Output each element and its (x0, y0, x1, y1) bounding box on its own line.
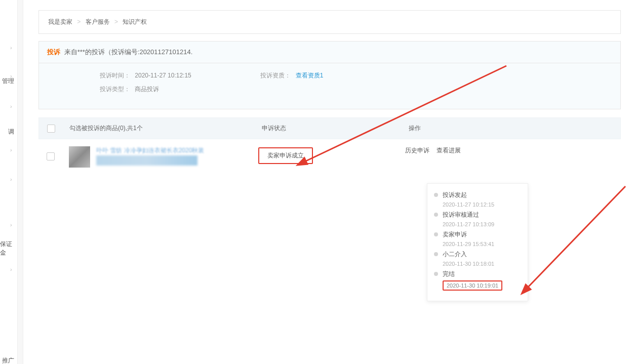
timeline-dot-icon (434, 272, 438, 276)
chevron-right-icon[interactable]: › (10, 103, 12, 109)
appeal-status-badge: 卖家申诉成立 (258, 147, 313, 164)
timeline-dot-icon (434, 213, 438, 217)
breadcrumb: 我是卖家 > 客户服务 > 知识产权 (38, 10, 621, 34)
complaint-title: 来自***的投诉（投诉编号:20201127101214. (64, 48, 193, 56)
col-product: 勾选被投诉的商品(0),共1个 (69, 124, 262, 133)
table-row: 卟卟 雪纺 冷冷孕妇连衣裙长衣2020秋装 卖家申诉成立 历史申诉 查看进展 (38, 139, 621, 175)
sidebar-item-promo[interactable]: 推广 (2, 351, 14, 364)
view-progress-link[interactable]: 查看进展 (437, 146, 461, 155)
timeline-dot-icon (434, 252, 438, 256)
row-checkbox[interactable] (47, 152, 55, 160)
sidebar-item-manage[interactable]: 管理 (2, 72, 14, 91)
complaint-type-label: 投诉类型： (95, 85, 130, 94)
timeline-item: 卖家申诉 2020-11-29 15:53:41 (443, 230, 522, 247)
breadcrumb-sep: > (114, 18, 118, 25)
timeline-item: 投诉审核通过 2020-11-27 10:13:09 (443, 211, 522, 227)
timeline-title: 小二介入 (443, 250, 522, 259)
timeline-time: 2020-11-27 10:13:09 (443, 221, 522, 227)
chevron-right-icon[interactable]: › (10, 73, 12, 79)
product-title-text: 卟卟 雪纺 冷冷孕妇连衣裙长衣2020秋装 (96, 147, 204, 154)
timeline-item: 小二介入 2020-11-30 10:18:01 (443, 250, 522, 267)
timeline-title: 投诉发起 (443, 191, 522, 199)
chevron-right-icon[interactable]: › (10, 147, 12, 153)
timeline-item: 投诉发起 2020-11-27 10:12:15 (443, 191, 522, 208)
blur-overlay (96, 155, 197, 166)
view-qualification-link[interactable]: 查看资质1 (296, 72, 324, 79)
complaint-header: 投诉 来自***的投诉（投诉编号:20201127101214. (39, 42, 620, 63)
breadcrumb-sep: > (77, 18, 81, 25)
left-sidebar: › 管理 › › 调 › › › 保证金 › 推广 (0, 0, 18, 364)
complaint-qual-label: 投诉资质： (260, 71, 291, 80)
timeline-title: 卖家申诉 (443, 230, 522, 239)
product-title[interactable]: 卟卟 雪纺 冷冷孕妇连衣裙长衣2020秋装 (96, 146, 258, 168)
sidebar-item-adjust[interactable]: 调 (8, 123, 14, 141)
history-appeal-link[interactable]: 历史申诉 (405, 146, 429, 155)
timeline-dot-icon (434, 193, 438, 197)
main-content: 我是卖家 > 客户服务 > 知识产权 投诉 来自***的投诉（投诉编号:2020… (29, 0, 630, 360)
complaint-panel: 投诉 来自***的投诉（投诉编号:20201127101214. 投诉时间： 2… (38, 41, 621, 109)
complaint-type-value: 商品投诉 (135, 86, 159, 93)
breadcrumb-service[interactable]: 客户服务 (86, 18, 110, 25)
sidebar-item-deposit[interactable]: 保证金 (0, 235, 15, 262)
timeline-item: 完结 2020-11-30 10:19:01 (443, 270, 522, 291)
timeline-time-highlighted: 2020-11-30 10:19:01 (443, 280, 502, 291)
chevron-right-icon[interactable]: › (10, 222, 12, 228)
product-thumbnail[interactable] (69, 146, 90, 168)
timeline-title: 投诉审核通过 (443, 211, 522, 219)
breadcrumb-seller[interactable]: 我是卖家 (48, 18, 72, 25)
col-action: 操作 (409, 124, 612, 133)
complaint-time-label: 投诉时间： (95, 71, 130, 80)
col-status: 申诉状态 (262, 124, 409, 133)
chevron-right-icon[interactable]: › (10, 266, 12, 272)
timeline-dot-icon (434, 232, 438, 236)
complaint-time-value: 2020-11-27 10:12:15 (135, 72, 191, 79)
table-header: 勾选被投诉的商品(0),共1个 申诉状态 操作 (38, 117, 621, 139)
timeline-time: 2020-11-27 10:12:15 (443, 201, 522, 208)
timeline-time: 2020-11-30 10:18:01 (443, 261, 522, 267)
select-all-checkbox[interactable] (47, 125, 55, 133)
progress-timeline-popover: 投诉发起 2020-11-27 10:12:15 投诉审核通过 2020-11-… (427, 183, 528, 301)
complaint-body: 投诉时间： 2020-11-27 10:12:15 投诉资质： 查看资质1 投诉… (39, 63, 620, 109)
chevron-right-icon[interactable]: › (10, 45, 12, 51)
breadcrumb-ip[interactable]: 知识产权 (123, 18, 147, 25)
timeline-title: 完结 (443, 270, 522, 278)
complaint-tag: 投诉 (47, 48, 60, 56)
timeline-time: 2020-11-29 15:53:41 (443, 241, 522, 247)
sidebar-scrollbar[interactable] (17, 0, 23, 364)
chevron-right-icon[interactable]: › (10, 176, 12, 182)
